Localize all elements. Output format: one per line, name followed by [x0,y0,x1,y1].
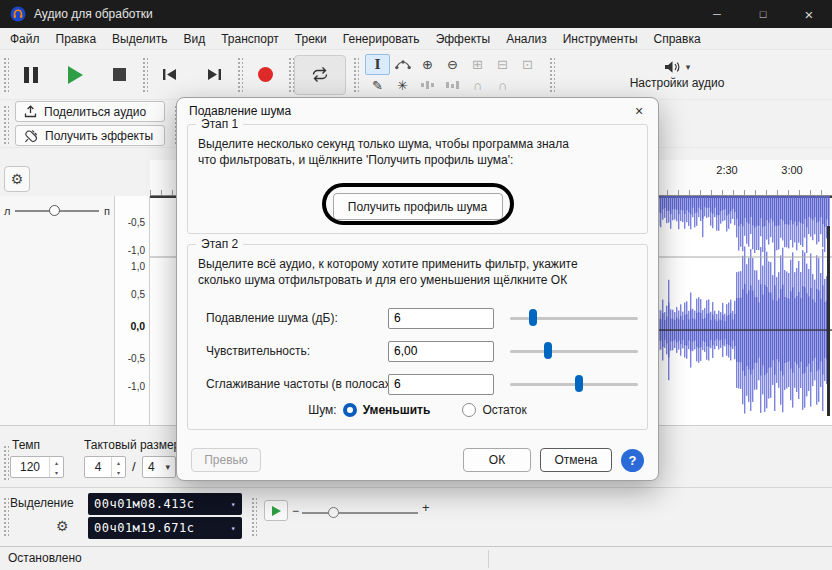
minimize-button[interactable]: ─ [694,0,740,28]
radio-reduce-label[interactable]: Уменьшить [363,403,431,417]
meter-arc-icon: ∩ [490,75,515,96]
draw-tool[interactable]: ✎ [365,75,390,96]
selection-settings-gear-button[interactable]: ⚙ [56,518,69,534]
status-text: Остановлено [8,551,82,565]
slider-thumb[interactable] [529,309,537,326]
step2-legend: Этап 2 [196,237,243,251]
menu-edit[interactable]: Правка [48,30,105,48]
radio-reduce[interactable] [343,403,357,417]
dialog-title-bar[interactable]: Подавление шума × [177,98,658,124]
spin-up-icon[interactable]: ▴ [50,457,63,467]
spin-down-icon[interactable]: ▾ [112,467,125,477]
radio-residue[interactable] [462,403,476,417]
skip-to-start-button[interactable] [148,55,192,95]
menu-tracks[interactable]: Треки [287,30,335,48]
zoom-fit-tool[interactable]: ⊟ [490,54,515,75]
play-button[interactable] [53,55,97,95]
stop-button[interactable] [97,55,141,95]
playback-speed-slider[interactable] [302,512,418,514]
spin-down-icon[interactable]: ▾ [50,467,63,477]
cancel-button[interactable]: Отмена [540,448,612,472]
chevron-down-icon[interactable]: ▾ [231,500,236,509]
time-signature-lower-dropdown[interactable]: 4 ▾ [142,456,176,478]
speed-plus-icon[interactable]: + [422,500,430,515]
record-button[interactable] [243,55,287,95]
selection-start-time-field[interactable]: 00ч01м08.413с ▾ [88,493,242,515]
menu-analyze[interactable]: Анализ [498,30,555,48]
vertical-scrollbar[interactable] [827,226,830,416]
toolbar-grip[interactable] [250,496,257,538]
help-button[interactable]: ? [621,449,644,472]
loop-button[interactable] [294,55,346,95]
multi-tool[interactable]: ✳ [390,75,415,96]
time-signature-upper-spinner[interactable]: 4 ▴▾ [84,456,126,478]
slider-thumb[interactable] [575,375,583,392]
ok-button[interactable]: ОК [463,448,531,472]
track-settings-gear-button[interactable]: ⚙ [4,166,30,192]
selection-end-time[interactable]: 00ч01м19.671с [94,521,194,535]
toolbar-grip[interactable] [141,56,148,94]
skip-to-end-button[interactable] [192,55,236,95]
toolbar-grip[interactable] [287,56,294,94]
menu-help[interactable]: Справка [646,30,709,48]
toolbar-grip[interactable] [236,56,243,94]
step2-text-line2: сколько шума отфильтровать и для его уме… [198,273,567,287]
chevron-down-icon: ▾ [165,462,170,472]
get-effects-button[interactable]: Получить эффекты [15,125,165,146]
envelope-tool[interactable] [390,54,415,75]
scale-value-zero: 0,0 [130,320,145,332]
playback-speed-knob[interactable] [328,507,339,518]
toolbar-grip[interactable] [352,56,359,94]
menu-select[interactable]: Выделить [104,30,175,48]
track-control-panel[interactable]: л п [0,196,115,425]
loop-icon [310,67,330,82]
menu-view[interactable]: Вид [175,30,213,48]
dialog-title: Подавление шума [189,104,291,118]
menu-transport[interactable]: Транспорт [213,30,287,48]
maximize-button[interactable]: □ [740,0,786,28]
dialog-close-button[interactable]: × [620,98,658,124]
zoom-out-tool[interactable]: ⊖ [440,54,465,75]
noise-reduction-db-slider[interactable] [510,308,638,328]
pan-slider-knob[interactable] [49,205,60,216]
selection-start-time[interactable]: 00ч01м08.413с [94,497,194,511]
menu-bar: Файл Правка Выделить Вид Транспорт Треки… [0,28,832,50]
selection-end-time-field[interactable]: 00ч01м19.671с ▾ [88,517,242,539]
window-close-button[interactable]: × [786,0,832,28]
selection-tool[interactable]: I [365,54,390,75]
share-audio-button[interactable]: Поделиться аудио [15,101,165,122]
toolbar-grip[interactable] [548,56,555,94]
audio-settings-label: Настройки аудио [630,76,725,90]
toolbar-grip[interactable] [2,444,9,482]
pan-slider[interactable]: л п [4,202,110,220]
menu-generate[interactable]: Генерировать [335,30,428,48]
menu-file[interactable]: Файл [2,30,48,48]
audio-settings-button[interactable]: ▾ Настройки аудио [607,60,747,90]
zoom-toggle-tool[interactable]: ⊡ [515,54,540,75]
noise-reduction-db-input[interactable] [388,308,494,329]
zoom-selection-tool[interactable]: ⊞ [465,54,490,75]
zoom-in-tool[interactable]: ⊕ [415,54,440,75]
time-signature-upper-value[interactable]: 4 [85,457,111,477]
playback-meter-icon [415,75,440,96]
frequency-smoothing-input[interactable] [388,374,494,395]
spin-up-icon[interactable]: ▴ [112,457,125,467]
menu-tools[interactable]: Инструменты [555,30,646,48]
play-at-speed-button[interactable] [264,500,288,521]
pause-button[interactable] [9,55,53,95]
toolbar-grip[interactable] [2,104,9,144]
toolbar-grip[interactable] [2,56,9,94]
menu-effects[interactable]: Эффекты [428,30,499,48]
pan-slider-track[interactable] [15,202,99,220]
sensitivity-input[interactable] [388,341,494,362]
preview-button[interactable]: Превью [191,448,261,472]
speed-minus-icon[interactable]: − [292,504,299,518]
slider-thumb[interactable] [544,342,552,359]
tempo-value[interactable]: 120 [11,457,49,477]
sensitivity-slider[interactable] [510,341,638,361]
frequency-smoothing-slider[interactable] [510,374,638,394]
chevron-down-icon[interactable]: ▾ [231,524,236,533]
toolbar-grip[interactable] [2,496,9,538]
radio-residue-label[interactable]: Остаток [482,403,526,417]
tempo-spinner[interactable]: 120 ▴▾ [10,456,64,478]
